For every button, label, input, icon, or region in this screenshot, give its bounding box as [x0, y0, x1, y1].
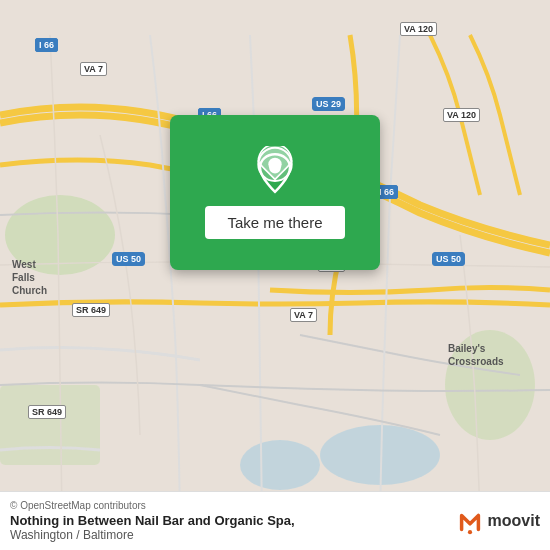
- moovit-icon: [456, 507, 484, 535]
- label-us29: US 29: [312, 97, 345, 111]
- label-va120-1: VA 120: [400, 22, 437, 36]
- bottom-info: © OpenStreetMap contributors Nothing in …: [10, 500, 295, 542]
- label-sr649-2: SR 649: [28, 405, 66, 419]
- place-location: Washington / Baltimore: [10, 528, 295, 542]
- label-us50-1: US 50: [112, 252, 145, 266]
- take-me-there-button[interactable]: Take me there: [205, 206, 344, 239]
- svg-rect-5: [0, 385, 100, 465]
- label-va7-1: VA 7: [80, 62, 107, 76]
- location-card: Take me there: [170, 115, 380, 270]
- location-pin-icon: [250, 146, 300, 196]
- label-va7-3: VA 7: [290, 308, 317, 322]
- label-sr649-1: SR 649: [72, 303, 110, 317]
- bottom-bar: © OpenStreetMap contributors Nothing in …: [0, 491, 550, 550]
- label-va120-2: VA 120: [443, 108, 480, 122]
- label-west-falls-church: WestFallsChurch: [12, 258, 47, 297]
- copyright-text: © OpenStreetMap contributors: [10, 500, 295, 511]
- svg-point-8: [269, 162, 281, 174]
- place-name: Nothing in Between Nail Bar and Organic …: [10, 513, 295, 528]
- moovit-logo: moovit: [456, 507, 540, 535]
- svg-point-4: [240, 440, 320, 490]
- svg-point-10: [467, 530, 471, 534]
- map-container: I 66 I 66 I 66 VA 120 VA 120 US 29 VA 7 …: [0, 0, 550, 550]
- label-baileys-crossroads: Bailey'sCrossroads: [448, 342, 504, 368]
- label-i66-1: I 66: [35, 38, 58, 52]
- label-us50-2: US 50: [432, 252, 465, 266]
- map-background: [0, 0, 550, 550]
- moovit-text: moovit: [488, 512, 540, 530]
